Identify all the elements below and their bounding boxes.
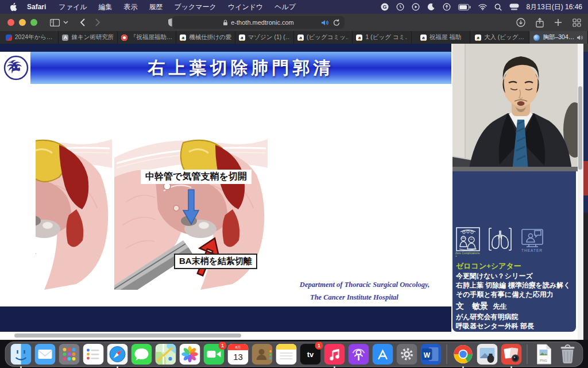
svg-text:8月: 8月 [235, 346, 240, 350]
dock-word-icon[interactable]: W [420, 344, 442, 365]
sidebar-icon[interactable] [50, 19, 60, 26]
play-circle-icon[interactable] [412, 3, 420, 11]
tab-2[interactable]: 『祝福屋福助… [118, 31, 176, 44]
tab-label: 2024年から… [15, 33, 53, 41]
menu-item-1[interactable]: 編集 [98, 2, 112, 12]
tab-audio-icon[interactable] [577, 35, 583, 40]
credit-line-1: Department of Thoracic Surgical Oncology… [287, 278, 442, 291]
tab-6[interactable]: a1 (ビッグ コミ… [353, 31, 411, 44]
dock-launchpad-icon[interactable] [59, 344, 80, 365]
menu-item-4[interactable]: ブックマーク [174, 2, 216, 12]
running-indicator [510, 366, 512, 368]
forward-button[interactable] [95, 18, 100, 26]
presenter-video[interactable] [452, 44, 578, 171]
amazon-favicon: a [420, 34, 427, 41]
menu-item-2[interactable]: 表示 [123, 2, 137, 12]
back-button[interactable] [80, 18, 85, 26]
zoom-window-button[interactable] [30, 19, 37, 26]
horizontal-scrollbar-track[interactable] [0, 332, 588, 340]
dock-podcasts-icon[interactable] [348, 344, 369, 365]
dock-photo-booth-icon[interactable] [501, 344, 522, 365]
dock-png-file-icon[interactable]: PNG [533, 344, 554, 365]
svg-text:PNG: PNG [539, 359, 547, 362]
menu-item-6[interactable]: ヘルプ [274, 2, 296, 12]
active-app-name[interactable]: Safari [27, 3, 46, 11]
menu-item-5[interactable]: ウインドウ [228, 2, 263, 12]
slide-title: 右上葉切除肺門郭清 [148, 56, 334, 80]
dock-chrome-icon[interactable] [452, 344, 474, 365]
zero-complications-icon: Zero Complications + [455, 227, 480, 258]
share-icon[interactable] [536, 18, 544, 28]
dock-maps-icon[interactable] [155, 344, 176, 365]
running-indicator [20, 366, 22, 368]
speaker-name: 文 敏景 [456, 301, 488, 310]
reload-icon[interactable] [333, 19, 340, 26]
menu-item-0[interactable]: ファイル [59, 2, 87, 12]
dock-facetime-icon[interactable]: 1 [203, 344, 225, 365]
running-indicator [334, 366, 335, 368]
tab-overview-icon[interactable] [572, 18, 581, 27]
update-circle-icon[interactable] [443, 3, 451, 11]
tab-0[interactable]: 2024年から… [0, 31, 59, 44]
tab-5[interactable]: a(ビッグコミッ… [294, 31, 353, 44]
dock-trash-icon[interactable] [557, 344, 578, 365]
tab-1[interactable]: A錬キン術研究所 [59, 31, 117, 44]
close-window-button[interactable] [7, 19, 14, 26]
dock-finder-icon[interactable] [10, 344, 32, 365]
dock-messages-icon[interactable] [131, 344, 152, 365]
amazon-favicon: a [239, 34, 245, 41]
dock-notes-icon[interactable] [276, 344, 297, 365]
moon-icon[interactable] [427, 3, 435, 11]
dock-divider [447, 344, 447, 364]
tab-9[interactable]: 胸部–304… [529, 31, 588, 44]
url-text: e-thoth.medtronic.com [231, 19, 293, 26]
dock-tv-icon[interactable]: tv1 [300, 344, 321, 365]
dock-settings-icon[interactable] [396, 344, 417, 365]
display-toggle-icon[interactable] [509, 3, 519, 10]
address-bar[interactable]: e-thoth.medtronic.com [172, 16, 345, 29]
dock-safari-icon[interactable] [107, 344, 128, 365]
search-icon[interactable] [494, 3, 502, 11]
tab-3[interactable]: a機械仕掛けの愛 [176, 31, 235, 44]
tab-8[interactable]: a大入 (ビッグ… [470, 31, 529, 44]
clock-icon[interactable] [396, 3, 404, 11]
vertical-scrollbar-thumb[interactable] [578, 86, 582, 170]
sidebar-chevron-icon[interactable] [63, 21, 68, 24]
g-circle-icon[interactable]: G [381, 3, 389, 11]
dock-photos-icon[interactable] [179, 344, 200, 365]
zero-complications-caption: Zero Complications + [455, 252, 480, 258]
speaker-department: 呼吸器センター外科 部長 [456, 321, 534, 331]
dock-calendar-icon[interactable]: 8月13 [227, 344, 249, 365]
dock-pixel-app-icon[interactable] [477, 344, 498, 365]
tab-7[interactable]: a祝福屋 福助 [412, 31, 470, 44]
sw-favicon [6, 34, 12, 41]
svg-text:G: G [382, 4, 386, 10]
menu-item-3[interactable]: 履歴 [149, 2, 163, 12]
horizontal-scrollbar-thumb[interactable] [14, 334, 241, 338]
audio-playing-icon[interactable] [321, 20, 328, 26]
credit-line-2: The Cancer Institute Hospital [287, 291, 442, 304]
down-arrow [183, 189, 200, 225]
dock-reminders-icon[interactable] [83, 344, 104, 365]
tab-4[interactable]: aマゾジン (1) (… [235, 31, 294, 44]
battery-icon[interactable] [458, 4, 471, 10]
apple-logo-icon[interactable] [10, 3, 18, 12]
wifi-icon[interactable] [478, 3, 487, 10]
dock-music-icon[interactable] [324, 344, 345, 365]
program-icons: Zero Complications + THEATER [455, 227, 544, 258]
dock-mail-icon[interactable] [34, 344, 56, 365]
dock-divider [527, 344, 528, 364]
minimize-window-button[interactable] [19, 19, 26, 26]
tab-label: 祝福屋 福助 [430, 33, 461, 41]
medtronic-favicon [533, 34, 540, 41]
page-content: 右上葉切除肺門郭清 [0, 44, 588, 340]
vertical-scrollbar-track[interactable] [578, 44, 583, 340]
downloads-icon[interactable] [516, 18, 525, 27]
svg-text:W: W [423, 351, 430, 359]
menubar-clock[interactable]: 8月13日(日) 16:46 [527, 2, 582, 12]
dock-app-store-icon[interactable] [372, 344, 393, 365]
speaker-line: 文 敏景 先生 [456, 301, 506, 312]
dock-contacts-icon[interactable] [252, 344, 273, 365]
menu-bar: Safari ファイル編集表示履歴ブックマークウインドウヘルプ G 8月13日(… [0, 0, 588, 14]
new-tab-icon[interactable] [554, 18, 562, 26]
